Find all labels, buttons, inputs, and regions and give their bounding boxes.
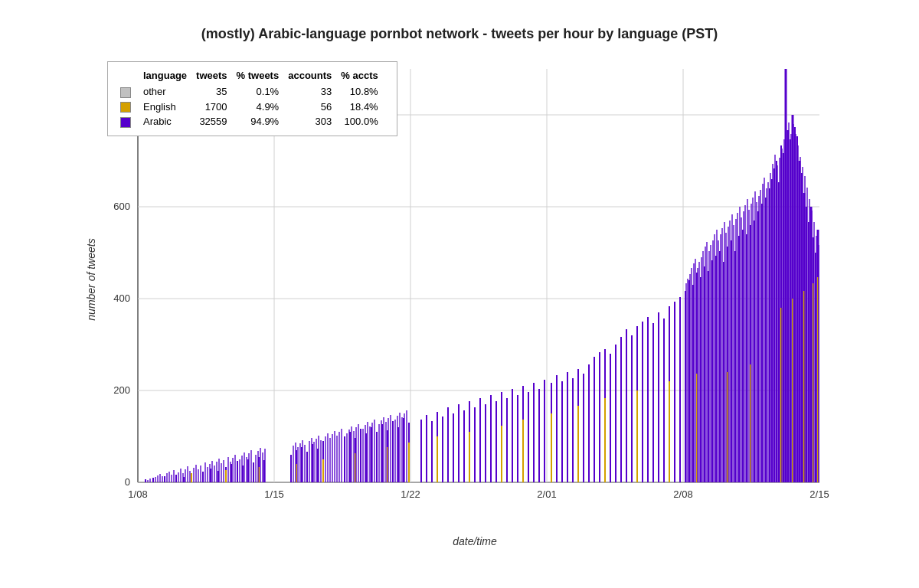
legend-accounts-arabic: 303	[286, 114, 339, 129]
svg-text:200: 200	[113, 384, 130, 396]
legend-row-english: English 1700 4.9% 56 18.4%	[119, 100, 386, 115]
legend-swatch-other	[119, 84, 142, 100]
legend-swatch-arabic	[119, 114, 142, 129]
legend-label-arabic: Arabic	[142, 114, 195, 129]
svg-text:0: 0	[125, 476, 130, 488]
legend-header-pct-tweets: tweets	[195, 68, 234, 84]
svg-text:400: 400	[113, 292, 130, 304]
legend-header-accounts: % tweets	[235, 68, 287, 84]
legend-tweets-arabic: 32559	[195, 114, 234, 129]
legend-pct-accts-english: 18.4%	[339, 100, 385, 115]
y-axis-label: number of tweets	[85, 238, 97, 320]
chart-area: number of tweets date/time language twee…	[92, 54, 858, 505]
legend-pct-accts-other: 10.8%	[339, 84, 385, 100]
legend-box: language tweets % tweets accounts % acct…	[107, 61, 397, 136]
legend-label-other: other	[142, 84, 195, 100]
legend-header-pct-accts: accounts	[286, 68, 339, 84]
svg-text:2/01: 2/01	[537, 488, 556, 500]
legend-accounts-english: 56	[286, 100, 339, 115]
legend-accounts-other: 33	[286, 84, 339, 100]
chart-title: (mostly) Arabic-language pornbot network…	[38, 18, 881, 46]
legend-pct-tweets-other: 0.1%	[235, 84, 287, 100]
bars-arabic-dense	[148, 122, 819, 482]
legend-tweets-other: 35	[195, 84, 234, 100]
svg-text:1/08: 1/08	[128, 488, 147, 500]
legend-header-pct-accts2: % accts	[339, 68, 385, 84]
svg-text:600: 600	[113, 201, 130, 212]
chart-container: (mostly) Arabic-language pornbot network…	[38, 18, 881, 570]
x-axis-label: date/time	[453, 535, 497, 547]
svg-text:1/22: 1/22	[401, 488, 420, 500]
legend-label-english: English	[142, 100, 195, 115]
legend-pct-tweets-arabic: 94.9%	[235, 114, 287, 129]
legend-header-tweets: language	[142, 68, 195, 84]
legend-swatch-english	[119, 100, 142, 115]
svg-text:2/08: 2/08	[673, 488, 692, 500]
legend-row-arabic: Arabic 32559 94.9% 303 100.0%	[119, 114, 386, 129]
legend-row-other: other 35 0.1% 33 10.8%	[119, 84, 386, 100]
svg-text:2/15: 2/15	[809, 488, 829, 500]
legend-header-language	[119, 68, 142, 84]
legend-tweets-english: 1700	[195, 100, 234, 115]
svg-text:1/15: 1/15	[264, 488, 283, 500]
legend-pct-tweets-english: 4.9%	[235, 100, 287, 115]
legend-pct-accts-arabic: 100.0%	[339, 114, 385, 129]
